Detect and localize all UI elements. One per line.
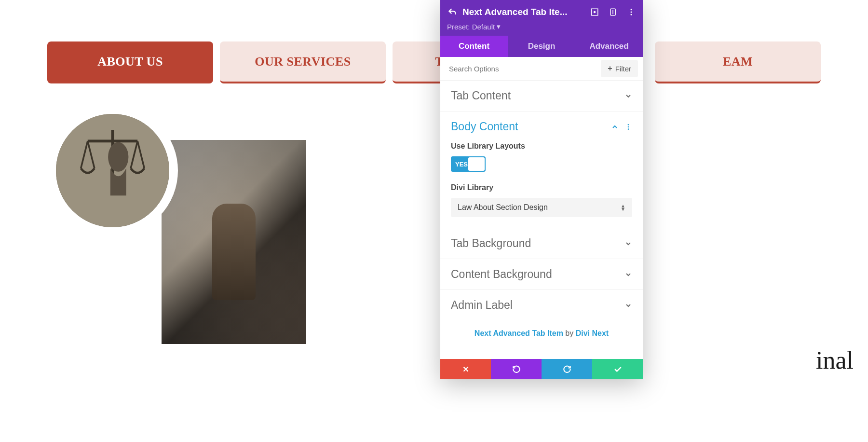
section-header-tab-background[interactable]: Tab Background: [440, 228, 643, 259]
save-button[interactable]: [592, 359, 643, 379]
section-title: Tab Content: [451, 89, 511, 102]
section-admin-label: Admin Label: [440, 290, 643, 320]
expand-icon[interactable]: [590, 7, 599, 17]
section-title: Body Content: [451, 120, 518, 133]
section-body-content: Body Content Use Library Layouts YES Div…: [440, 111, 643, 228]
tab-our-services[interactable]: OUR SERVICES: [220, 41, 386, 83]
panel-tab-design[interactable]: Design: [508, 36, 575, 57]
settings-sections: Tab Content Body Content Use Library Lay…: [440, 81, 643, 379]
partial-hidden-text: inal: [816, 346, 854, 374]
select-value: Law About Section Design: [458, 203, 548, 212]
section-header-admin-label[interactable]: Admin Label: [440, 290, 643, 320]
tab-label: EAM: [723, 55, 753, 69]
section-header-body-content[interactable]: Body Content: [440, 111, 643, 142]
svg-point-9: [594, 12, 596, 13]
tab-content-region: [0, 83, 868, 344]
section-title: Content Background: [451, 268, 552, 281]
svg-point-12: [631, 9, 632, 10]
section-title: Admin Label: [451, 299, 513, 312]
svg-point-17: [628, 128, 629, 130]
divi-library-label: Divi Library: [451, 183, 632, 192]
undo-button[interactable]: [491, 359, 542, 379]
tab-label: OUR SERVICES: [255, 55, 351, 69]
panel-action-bar: [440, 359, 643, 379]
use-library-label: Use Library Layouts: [451, 142, 632, 151]
section-content-background: Content Background: [440, 259, 643, 290]
panel-footer-attribution: Next Advanced Tab Item by Divi Next: [440, 320, 643, 346]
svg-point-16: [628, 126, 629, 127]
footer-link-module[interactable]: Next Advanced Tab Item: [475, 329, 563, 337]
panel-tab-label: Content: [459, 41, 489, 51]
chevron-up-icon: [611, 123, 619, 131]
chevron-down-icon: [624, 271, 632, 278]
section-tab-background: Tab Background: [440, 228, 643, 259]
caret-down-icon: ▾: [497, 22, 501, 31]
footer-link-author[interactable]: Divi Next: [576, 329, 609, 337]
section-tab-content: Tab Content: [440, 81, 643, 111]
panel-tab-label: Design: [528, 41, 556, 51]
page-tab-bar: ABOUT US OUR SERVICES TRUSTED US EAM: [0, 0, 868, 83]
search-input[interactable]: [440, 59, 601, 79]
module-settings-panel: Next Advanced Tab Ite... Preset: Default…: [440, 0, 643, 379]
use-library-toggle[interactable]: YES: [451, 156, 486, 172]
chevron-down-icon: [624, 302, 632, 309]
panel-tab-label: Advanced: [589, 41, 628, 51]
svg-point-13: [631, 12, 632, 13]
more-icon[interactable]: [626, 7, 636, 17]
chevron-down-icon: [624, 240, 632, 248]
about-image-composition: [47, 105, 235, 344]
redo-button[interactable]: [542, 359, 592, 379]
back-icon[interactable]: [447, 7, 458, 17]
tab-about-us[interactable]: ABOUT US: [47, 41, 213, 83]
lady-justice-statue: [212, 204, 256, 300]
plus-icon: +: [608, 64, 612, 73]
lawyer-photo: [162, 140, 306, 344]
close-button[interactable]: [440, 359, 491, 379]
toggle-knob: [468, 157, 485, 171]
panel-tab-content[interactable]: Content: [440, 36, 508, 57]
filter-button[interactable]: + Filter: [601, 60, 638, 77]
svg-point-14: [631, 14, 632, 15]
scales-circle-photo: [47, 105, 178, 236]
section-header-content-background[interactable]: Content Background: [440, 259, 643, 290]
section-more-icon[interactable]: [624, 123, 632, 131]
section-title: Tab Background: [451, 237, 531, 250]
responsive-icon[interactable]: [608, 7, 618, 17]
filter-label: Filter: [615, 65, 631, 73]
panel-tab-advanced[interactable]: Advanced: [575, 36, 643, 57]
divi-library-select[interactable]: Law About Section Design ▲▼: [451, 198, 632, 217]
svg-point-7: [108, 142, 128, 172]
panel-title: Next Advanced Tab Ite...: [462, 7, 590, 17]
select-arrows-icon: ▲▼: [621, 204, 625, 211]
preset-dropdown[interactable]: Preset: Default ▾: [440, 20, 643, 36]
search-row: + Filter: [440, 57, 643, 81]
tab-label: ABOUT US: [97, 55, 163, 69]
settings-tab-bar: Content Design Advanced: [440, 36, 643, 57]
section-header-tab-content[interactable]: Tab Content: [440, 81, 643, 111]
panel-header: Next Advanced Tab Ite... Preset: Default…: [440, 0, 643, 57]
toggle-value: YES: [455, 161, 468, 168]
preset-label: Preset: Default: [447, 23, 495, 31]
footer-by: by: [563, 329, 576, 337]
chevron-down-icon: [624, 92, 632, 100]
svg-point-15: [628, 124, 629, 125]
tab-team[interactable]: EAM: [655, 41, 821, 83]
